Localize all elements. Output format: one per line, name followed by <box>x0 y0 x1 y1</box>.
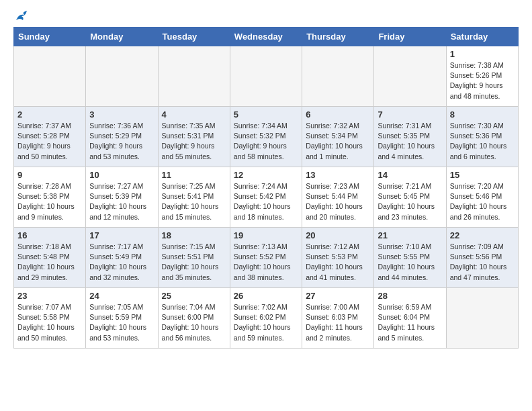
day-info: Sunrise: 7:00 AM Sunset: 6:03 PM Dayligh… <box>306 302 370 343</box>
day-number: 28 <box>378 291 442 301</box>
calendar-cell <box>230 46 302 107</box>
day-info: Sunrise: 7:18 AM Sunset: 5:48 PM Dayligh… <box>17 242 82 283</box>
calendar-cell <box>158 46 230 107</box>
day-number: 14 <box>378 170 442 180</box>
calendar-cell: 11Sunrise: 7:25 AM Sunset: 5:41 PM Dayli… <box>158 167 230 228</box>
col-header-wednesday: Wednesday <box>230 28 302 46</box>
calendar-cell: 3Sunrise: 7:36 AM Sunset: 5:29 PM Daylig… <box>86 107 158 167</box>
calendar-cell: 26Sunrise: 7:02 AM Sunset: 6:02 PM Dayli… <box>230 288 302 349</box>
col-header-thursday: Thursday <box>302 28 374 46</box>
day-number: 17 <box>89 230 154 240</box>
day-number: 3 <box>89 109 154 120</box>
page-header <box>13 13 519 20</box>
calendar-cell: 14Sunrise: 7:21 AM Sunset: 5:45 PM Dayli… <box>374 167 446 228</box>
day-info: Sunrise: 7:28 AM Sunset: 5:38 PM Dayligh… <box>17 181 82 222</box>
day-number: 13 <box>306 170 370 180</box>
day-info: Sunrise: 6:59 AM Sunset: 6:04 PM Dayligh… <box>378 302 442 343</box>
calendar-week-4: 16Sunrise: 7:18 AM Sunset: 5:48 PM Dayli… <box>14 228 519 288</box>
day-info: Sunrise: 7:13 AM Sunset: 5:52 PM Dayligh… <box>234 242 298 283</box>
day-info: Sunrise: 7:17 AM Sunset: 5:49 PM Dayligh… <box>89 242 154 283</box>
calendar-cell <box>302 46 374 107</box>
calendar-table: SundayMondayTuesdayWednesdayThursdayFrid… <box>13 27 519 349</box>
day-number: 6 <box>306 109 370 120</box>
col-header-tuesday: Tuesday <box>158 28 230 46</box>
day-info: Sunrise: 7:36 AM Sunset: 5:29 PM Dayligh… <box>89 121 154 162</box>
day-number: 15 <box>450 170 515 180</box>
calendar-cell <box>374 46 446 107</box>
day-number: 21 <box>378 230 442 240</box>
logo-bird-icon <box>15 11 30 23</box>
day-info: Sunrise: 7:24 AM Sunset: 5:42 PM Dayligh… <box>234 181 298 222</box>
day-number: 18 <box>162 230 226 240</box>
logo <box>13 13 30 20</box>
day-info: Sunrise: 7:09 AM Sunset: 5:56 PM Dayligh… <box>450 242 515 283</box>
calendar-cell: 24Sunrise: 7:05 AM Sunset: 5:59 PM Dayli… <box>86 288 158 349</box>
day-number: 11 <box>162 170 226 180</box>
day-info: Sunrise: 7:31 AM Sunset: 5:35 PM Dayligh… <box>378 121 442 162</box>
calendar-cell: 13Sunrise: 7:23 AM Sunset: 5:44 PM Dayli… <box>302 167 374 228</box>
day-number: 7 <box>378 109 442 120</box>
calendar-cell: 9Sunrise: 7:28 AM Sunset: 5:38 PM Daylig… <box>14 167 86 228</box>
col-header-sunday: Sunday <box>14 28 86 46</box>
calendar-cell: 21Sunrise: 7:10 AM Sunset: 5:55 PM Dayli… <box>374 228 446 288</box>
day-info: Sunrise: 7:20 AM Sunset: 5:46 PM Dayligh… <box>450 181 515 222</box>
day-info: Sunrise: 7:30 AM Sunset: 5:36 PM Dayligh… <box>450 121 515 162</box>
calendar-cell: 28Sunrise: 6:59 AM Sunset: 6:04 PM Dayli… <box>374 288 446 349</box>
day-info: Sunrise: 7:07 AM Sunset: 5:58 PM Dayligh… <box>17 302 82 343</box>
day-number: 9 <box>17 170 82 180</box>
calendar-cell: 2Sunrise: 7:37 AM Sunset: 5:28 PM Daylig… <box>14 107 86 167</box>
day-info: Sunrise: 7:38 AM Sunset: 5:26 PM Dayligh… <box>450 60 515 101</box>
calendar-cell: 16Sunrise: 7:18 AM Sunset: 5:48 PM Dayli… <box>14 228 86 288</box>
calendar-header-row: SundayMondayTuesdayWednesdayThursdayFrid… <box>14 28 519 46</box>
calendar-week-2: 2Sunrise: 7:37 AM Sunset: 5:28 PM Daylig… <box>14 107 519 167</box>
calendar-cell: 15Sunrise: 7:20 AM Sunset: 5:46 PM Dayli… <box>446 167 518 228</box>
day-info: Sunrise: 7:35 AM Sunset: 5:31 PM Dayligh… <box>162 121 226 162</box>
calendar-cell: 22Sunrise: 7:09 AM Sunset: 5:56 PM Dayli… <box>446 228 518 288</box>
day-info: Sunrise: 7:37 AM Sunset: 5:28 PM Dayligh… <box>17 121 82 162</box>
day-number: 23 <box>17 291 82 301</box>
calendar-cell: 27Sunrise: 7:00 AM Sunset: 6:03 PM Dayli… <box>302 288 374 349</box>
calendar-cell: 1Sunrise: 7:38 AM Sunset: 5:26 PM Daylig… <box>446 46 518 107</box>
day-number: 25 <box>162 291 226 301</box>
day-number: 10 <box>89 170 154 180</box>
calendar-week-1: 1Sunrise: 7:38 AM Sunset: 5:26 PM Daylig… <box>14 46 519 107</box>
day-info: Sunrise: 7:34 AM Sunset: 5:32 PM Dayligh… <box>234 121 298 162</box>
calendar-cell: 6Sunrise: 7:32 AM Sunset: 5:34 PM Daylig… <box>302 107 374 167</box>
calendar-cell: 17Sunrise: 7:17 AM Sunset: 5:49 PM Dayli… <box>86 228 158 288</box>
day-number: 26 <box>234 291 298 301</box>
day-number: 12 <box>234 170 298 180</box>
day-info: Sunrise: 7:12 AM Sunset: 5:53 PM Dayligh… <box>306 242 370 283</box>
col-header-friday: Friday <box>374 28 446 46</box>
calendar-cell <box>86 46 158 107</box>
calendar-cell: 19Sunrise: 7:13 AM Sunset: 5:52 PM Dayli… <box>230 228 302 288</box>
calendar-week-3: 9Sunrise: 7:28 AM Sunset: 5:38 PM Daylig… <box>14 167 519 228</box>
day-info: Sunrise: 7:23 AM Sunset: 5:44 PM Dayligh… <box>306 181 370 222</box>
day-number: 4 <box>162 109 226 120</box>
col-header-saturday: Saturday <box>446 28 518 46</box>
day-info: Sunrise: 7:04 AM Sunset: 6:00 PM Dayligh… <box>162 302 226 343</box>
calendar-cell: 10Sunrise: 7:27 AM Sunset: 5:39 PM Dayli… <box>86 167 158 228</box>
calendar-cell: 20Sunrise: 7:12 AM Sunset: 5:53 PM Dayli… <box>302 228 374 288</box>
day-number: 8 <box>450 109 515 120</box>
day-number: 5 <box>234 109 298 120</box>
day-info: Sunrise: 7:15 AM Sunset: 5:51 PM Dayligh… <box>162 242 226 283</box>
col-header-monday: Monday <box>86 28 158 46</box>
day-number: 19 <box>234 230 298 240</box>
calendar-cell: 8Sunrise: 7:30 AM Sunset: 5:36 PM Daylig… <box>446 107 518 167</box>
day-number: 16 <box>17 230 82 240</box>
day-number: 1 <box>450 49 515 59</box>
day-info: Sunrise: 7:05 AM Sunset: 5:59 PM Dayligh… <box>89 302 154 343</box>
calendar-cell: 23Sunrise: 7:07 AM Sunset: 5:58 PM Dayli… <box>14 288 86 349</box>
day-info: Sunrise: 7:02 AM Sunset: 6:02 PM Dayligh… <box>234 302 298 343</box>
day-number: 2 <box>17 109 82 120</box>
calendar-cell: 12Sunrise: 7:24 AM Sunset: 5:42 PM Dayli… <box>230 167 302 228</box>
calendar-cell: 7Sunrise: 7:31 AM Sunset: 5:35 PM Daylig… <box>374 107 446 167</box>
calendar-cell: 5Sunrise: 7:34 AM Sunset: 5:32 PM Daylig… <box>230 107 302 167</box>
day-number: 27 <box>306 291 370 301</box>
calendar-cell: 25Sunrise: 7:04 AM Sunset: 6:00 PM Dayli… <box>158 288 230 349</box>
calendar-cell <box>446 288 518 349</box>
calendar-cell: 18Sunrise: 7:15 AM Sunset: 5:51 PM Dayli… <box>158 228 230 288</box>
calendar-cell: 4Sunrise: 7:35 AM Sunset: 5:31 PM Daylig… <box>158 107 230 167</box>
day-info: Sunrise: 7:10 AM Sunset: 5:55 PM Dayligh… <box>378 242 442 283</box>
day-number: 24 <box>89 291 154 301</box>
